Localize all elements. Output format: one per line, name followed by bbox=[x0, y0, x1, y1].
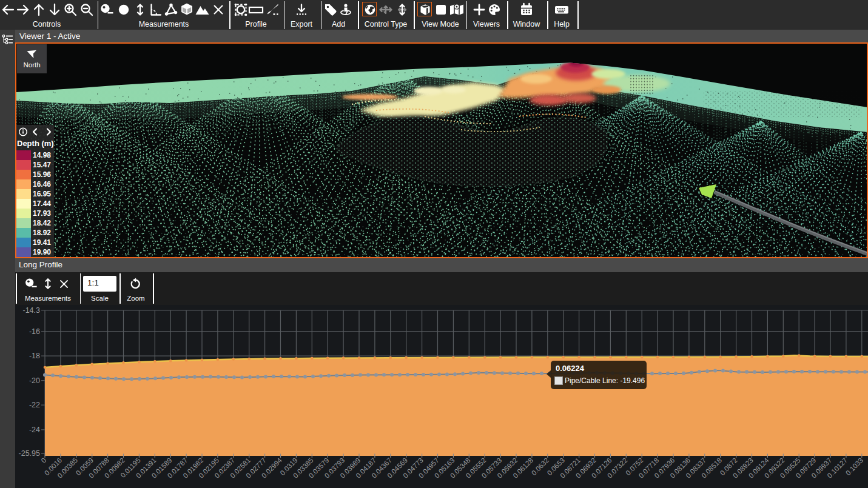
svg-text:-22: -22 bbox=[29, 401, 40, 409]
svg-text:-25.95: -25.95 bbox=[19, 449, 40, 458]
svg-text:-16: -16 bbox=[29, 327, 40, 336]
svg-text:-18: -18 bbox=[29, 352, 40, 360]
svg-text:-24: -24 bbox=[29, 426, 40, 434]
svg-text:-14.3: -14.3 bbox=[23, 306, 41, 315]
svg-text:-20: -20 bbox=[29, 376, 40, 385]
